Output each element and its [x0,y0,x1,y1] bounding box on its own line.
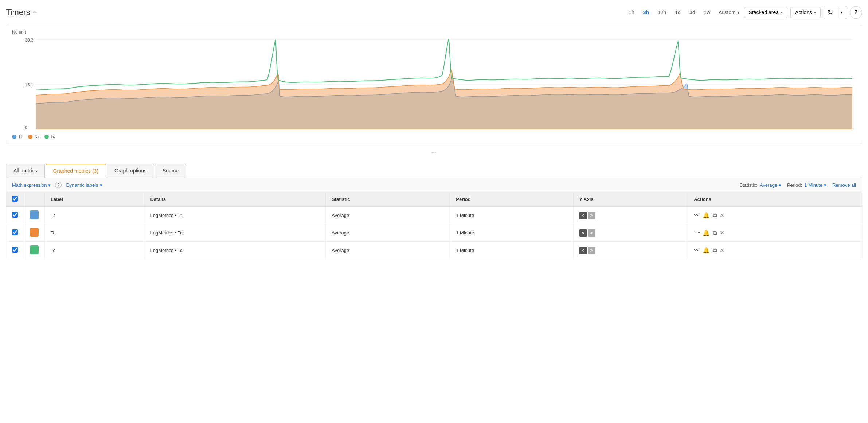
actions-button[interactable]: Actions ▾ [790,7,821,18]
chart-svg: 30.3 15.1 0 [12,36,856,131]
time-btn-3h[interactable]: 3h [642,8,650,17]
row-tt-copy-icon[interactable]: ⧉ [713,212,717,219]
split-button[interactable]: ▾ [837,6,847,19]
row-tc-graph-icon[interactable]: 〰 [694,247,700,254]
metrics-table: Label Details Statistic Period Y Axis Ac… [6,192,862,259]
chevron-down-icon: ▾ [100,182,102,188]
table-header-row: Label Details Statistic Period Y Axis Ac… [6,192,862,207]
row-tc-remove-icon[interactable]: ✕ [720,247,724,254]
dynamic-labels-button[interactable]: Dynamic labels ▾ [66,182,102,188]
row-tt-yaxis-right[interactable]: > [588,212,595,219]
row-tc-yaxis-cell: < > [573,242,688,259]
row-tt-checkbox-cell [6,207,24,224]
row-ta-copy-icon[interactable]: ⧉ [713,230,717,236]
math-expression-button[interactable]: Math expression ▾ [12,182,51,188]
row-tt-color-swatch [30,210,39,219]
header-left: Timers ✏ [6,8,37,17]
edit-icon[interactable]: ✏ [33,9,37,15]
help-icon[interactable]: ? [55,182,62,188]
row-tc-swatch-cell [24,242,45,259]
row-ta-yaxis-right[interactable]: > [588,229,595,237]
time-btn-1h[interactable]: 1h [627,8,636,17]
metrics-toolbar: Math expression ▾ ? Dynamic labels ▾ Sta… [6,178,862,192]
row-tt-checkbox[interactable] [12,212,18,218]
tab-source[interactable]: Source [155,164,186,178]
col-label: Label [45,192,144,207]
page: Timers ✏ 1h 3h 12h 1d 3d 1w custom ▾ Sta… [0,0,868,265]
row-tc-copy-icon[interactable]: ⧉ [713,247,717,254]
row-tt-details: LogMetrics • Tt [144,207,326,224]
tab-graphed-metrics[interactable]: Graphed metrics (3) [46,164,106,178]
time-btn-1w[interactable]: 1w [703,8,712,17]
row-ta-yaxis-cell: < > [573,224,688,242]
row-tc-label: Tc [45,242,144,259]
row-tt-statistic: Average [326,207,450,224]
tab-all-metrics[interactable]: All metrics [6,164,45,178]
row-tc-action-icons: 〰 🔔 ⧉ ✕ [694,247,856,254]
row-tt-yaxis-nav: < > [579,212,682,219]
table-row: Tc LogMetrics • Tc Average 1 Minute < > … [6,242,862,259]
row-tt-actions-cell: 〰 🔔 ⧉ ✕ [688,207,862,224]
time-btn-3d[interactable]: 3d [688,8,697,17]
toolbar-right: Statistic: Average ▾ Period: 1 Minute ▾ … [740,182,856,188]
chevron-down-icon: ▾ [824,182,826,188]
col-checkbox [6,192,24,207]
row-ta-period: 1 Minute [450,224,573,242]
statistic-label: Statistic: [740,182,758,188]
row-tc-alarm-icon[interactable]: 🔔 [703,247,710,254]
tabs-section: All metrics Graphed metrics (3) Graph op… [6,164,862,259]
chevron-down-icon: ▾ [48,182,51,188]
chart-legend: Tt Ta Tc [12,134,856,139]
chart-type-label: Stacked area [749,9,779,15]
row-tc-color-swatch [30,245,39,254]
page-title: Timers [6,8,30,17]
col-yaxis: Y Axis [573,192,688,207]
time-btn-custom[interactable]: custom ▾ [718,8,741,17]
row-ta-checkbox[interactable] [12,229,18,235]
period-label: Period: [787,182,802,188]
row-ta-details: LogMetrics • Ta [144,224,326,242]
help-button[interactable]: ? [850,6,862,19]
row-ta-label: Ta [45,224,144,242]
svg-text:30.3: 30.3 [25,38,34,43]
row-tt-yaxis-left[interactable]: < [579,212,587,219]
period-value-button[interactable]: 1 Minute ▾ [804,182,826,188]
select-all-checkbox[interactable] [12,196,18,202]
row-tt-graph-icon[interactable]: 〰 [694,212,700,219]
row-tc-yaxis-right[interactable]: > [588,247,595,254]
row-tt-remove-icon[interactable]: ✕ [720,212,724,219]
legend-item-ta: Ta [28,134,39,139]
row-tc-details: LogMetrics • Tc [144,242,326,259]
chart-y-label: No unit [12,30,856,35]
statistic-control: Statistic: Average ▾ [740,182,781,188]
header: Timers ✏ 1h 3h 12h 1d 3d 1w custom ▾ Sta… [6,6,862,19]
chevron-down-icon: ▾ [779,182,781,188]
row-tc-statistic: Average [326,242,450,259]
chart-wrapper: 30.3 15.1 0 [12,36,856,131]
row-tc-checkbox[interactable] [12,247,18,253]
remove-all-button[interactable]: Remove all [832,182,856,188]
table-row: Tt LogMetrics • Tt Average 1 Minute < > … [6,207,862,224]
row-ta-remove-icon[interactable]: ✕ [720,229,724,236]
time-buttons: 1h 3h 12h 1d 3d 1w custom ▾ [627,8,741,17]
row-ta-statistic: Average [326,224,450,242]
legend-label-ta: Ta [34,134,39,139]
row-tt-label: Tt [45,207,144,224]
row-tc-checkbox-cell [6,242,24,259]
row-tt-alarm-icon[interactable]: 🔔 [703,212,710,219]
time-btn-1d[interactable]: 1d [673,8,682,17]
row-tc-yaxis-left[interactable]: < [579,247,587,254]
dynamic-labels-label: Dynamic labels [66,182,98,188]
tab-graph-options[interactable]: Graph options [107,164,154,178]
col-details: Details [144,192,326,207]
refresh-button[interactable]: ↻ [824,6,837,19]
statistic-value-button[interactable]: Average ▾ [760,182,781,188]
period-value: 1 Minute [804,182,822,188]
chart-type-button[interactable]: Stacked area ▾ [744,7,788,18]
row-ta-graph-icon[interactable]: 〰 [694,230,700,236]
time-btn-12h[interactable]: 12h [656,8,668,17]
legend-label-tc: Tc [50,134,55,139]
row-ta-yaxis-left[interactable]: < [579,229,587,237]
legend-dot-tt [12,135,16,139]
row-ta-alarm-icon[interactable]: 🔔 [703,229,710,236]
